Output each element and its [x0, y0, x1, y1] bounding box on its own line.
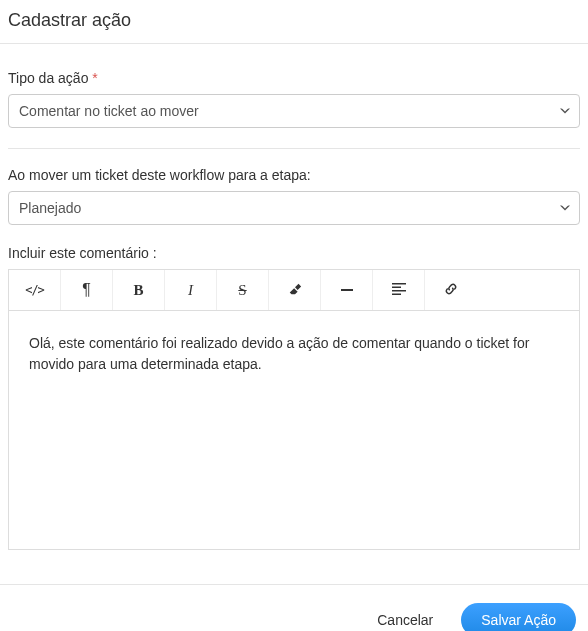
- svg-rect-2: [392, 290, 406, 292]
- action-type-label: Tipo da ação *: [8, 70, 580, 86]
- required-asterisk: *: [92, 70, 97, 86]
- code-icon: </>: [25, 283, 44, 297]
- italic-icon: I: [188, 282, 193, 299]
- comment-label: Incluir este comentário :: [8, 245, 580, 261]
- comment-editor[interactable]: Olá, este comentário foi realizado devid…: [8, 310, 580, 550]
- bold-icon: B: [133, 282, 143, 299]
- save-button[interactable]: Salvar Ação: [461, 603, 576, 631]
- strikethrough-icon: S: [238, 282, 246, 299]
- action-type-select[interactable]: Comentar no ticket ao mover: [8, 94, 580, 128]
- align-left-icon: [392, 282, 406, 299]
- page-title: Cadastrar ação: [8, 10, 580, 43]
- editor-toolbar: </> ¶ B I S: [8, 269, 580, 310]
- svg-rect-0: [392, 283, 406, 285]
- move-stage-select[interactable]: Planejado: [8, 191, 580, 225]
- horizontal-rule-icon: [341, 289, 353, 291]
- code-view-button[interactable]: </>: [9, 270, 61, 310]
- strikethrough-button[interactable]: S: [217, 270, 269, 310]
- move-stage-label: Ao mover um ticket deste workflow para a…: [8, 167, 580, 183]
- bold-button[interactable]: B: [113, 270, 165, 310]
- italic-button[interactable]: I: [165, 270, 217, 310]
- align-button[interactable]: [373, 270, 425, 310]
- paragraph-icon: ¶: [82, 281, 91, 299]
- eraser-icon: [288, 282, 302, 299]
- cancel-button[interactable]: Cancelar: [373, 604, 437, 631]
- svg-rect-1: [392, 286, 401, 288]
- divider: [8, 148, 580, 149]
- footer: Cancelar Salvar Ação: [0, 584, 588, 631]
- clear-formatting-button[interactable]: [269, 270, 321, 310]
- horizontal-rule-button[interactable]: [321, 270, 373, 310]
- paragraph-format-button[interactable]: ¶: [61, 270, 113, 310]
- svg-rect-3: [392, 293, 401, 295]
- link-icon: [444, 282, 458, 299]
- action-type-label-text: Tipo da ação: [8, 70, 88, 86]
- link-button[interactable]: [425, 270, 477, 310]
